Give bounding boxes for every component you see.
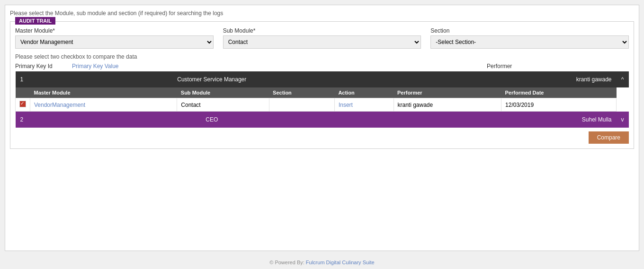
sub-header-sub-module: Sub Module	[177, 87, 269, 98]
col-header-performer: Performer	[487, 63, 629, 69]
section-group: Section -Select Section-	[430, 27, 629, 49]
result-table: 1 Customer Service Manager kranti gawade…	[15, 71, 629, 128]
row1-num: 1	[16, 71, 30, 87]
row-master-module: VendorManagement	[30, 98, 177, 112]
footer-link[interactable]: Fulcrum Digital Culinary Suite	[306, 260, 375, 265]
sub-header-row: Master Module Sub Module Section Action …	[16, 87, 629, 98]
sub-header-action: Action	[334, 87, 394, 98]
sub-header-master-module: Master Module	[30, 87, 177, 98]
row2-num: 2	[16, 112, 30, 128]
compare-note: Please select two checkbox to compare th…	[15, 53, 629, 60]
col-header-primary-key-value: Primary Key Value	[72, 63, 487, 69]
row-performed-date: 12/03/2019	[501, 98, 617, 112]
action-link[interactable]: Insert	[339, 102, 353, 108]
sub-header-section: Section	[269, 87, 334, 98]
section-select[interactable]: -Select Section-	[430, 35, 629, 49]
master-module-group: Master Module* Vendor Management	[15, 27, 214, 49]
row1-key-value: Customer Service Manager	[30, 71, 394, 87]
columns-header: Primary Key Id Primary Key Value Perform…	[15, 63, 629, 69]
row-action: Insert	[334, 98, 394, 112]
audit-trail-legend: AUDIT TRAIL	[15, 17, 55, 25]
row-sub-module: Contact	[177, 98, 269, 112]
info-message: Please select the Module, sub module and…	[10, 10, 634, 17]
row-performer: kranti gawade	[394, 98, 501, 112]
sub-module-group: Sub Module* Contact	[223, 27, 421, 49]
sub-header-performed-date: Performed Date	[501, 87, 617, 98]
section-label: Section	[430, 27, 629, 34]
table-row: VendorManagement Contact Insert kranti g…	[16, 98, 629, 112]
sub-module-select[interactable]: Contact	[223, 35, 421, 49]
footer: © Powered By: Fulcrum Digital Culinary S…	[0, 256, 644, 269]
row-section	[269, 98, 334, 112]
master-module-label: Master Module*	[15, 27, 214, 34]
master-module-link[interactable]: VendorManagement	[34, 102, 85, 108]
compare-button[interactable]: Compare	[589, 131, 629, 144]
row-group-2-header[interactable]: 2 CEO Suhel Mulla v	[16, 112, 629, 128]
row1-performer: kranti gawade	[394, 71, 617, 87]
col-header-primary-key-id: Primary Key Id	[15, 63, 72, 69]
row-group-1-header[interactable]: 1 Customer Service Manager kranti gawade…	[16, 71, 629, 87]
row2-key-value: CEO	[30, 112, 394, 128]
compare-btn-row: Compare	[15, 131, 629, 144]
footer-text: © Powered By:	[269, 260, 304, 265]
master-module-select[interactable]: Vendor Management	[15, 35, 214, 49]
main-container: Please select the Module, sub module and…	[5, 5, 639, 251]
row2-performer: Suhel Mulla	[394, 112, 617, 128]
row1-chevron-icon: ^	[617, 71, 629, 87]
checkbox-checked-icon[interactable]	[19, 101, 26, 107]
sub-header-performer: Performer	[394, 87, 501, 98]
form-row: Master Module* Vendor Management Sub Mod…	[15, 27, 629, 49]
row2-chevron-icon: v	[617, 112, 629, 128]
row-checkbox-cell[interactable]	[16, 98, 30, 112]
sub-module-label: Sub Module*	[223, 27, 421, 34]
audit-trail-box: AUDIT TRAIL Master Module* Vendor Manage…	[10, 21, 634, 149]
sub-header-checkbox	[16, 87, 30, 98]
